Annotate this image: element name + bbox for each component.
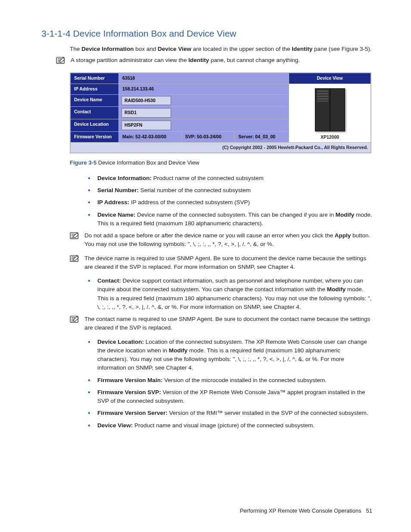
text: Version of the RMI™ server installed in … [168, 410, 368, 416]
value-ip-address: 158.214.133.46 [119, 84, 289, 94]
device-location-field[interactable]: HSP2FN [121, 121, 171, 130]
term: IP Address: [97, 199, 129, 205]
label-contact: Contact [71, 107, 119, 119]
cell-device-location: HSP2FN [119, 119, 289, 132]
list-item: IP Address: IP address of the connected … [84, 198, 372, 207]
list-item: Device View: Product name and visual ima… [84, 421, 372, 430]
note-text: The contact name is required to use SNMP… [84, 315, 372, 333]
cell-contact: RSD1 [119, 107, 289, 119]
text: A storage partition administrator can vi… [71, 57, 188, 63]
section-heading: 3-1-1-4 Device Information Box and Devic… [41, 27, 372, 40]
note-icon [70, 316, 79, 326]
term-device-view: Device View [158, 46, 191, 52]
text: Device support contact information, such… [97, 277, 363, 292]
term-apply: Apply [335, 232, 351, 239]
list-item: Contact: Device support contact informat… [84, 277, 372, 311]
text: Do not add a space before or after the d… [84, 232, 335, 239]
note-icon [70, 255, 79, 265]
figure-label: Figure 3-5 [70, 159, 97, 166]
term: Device Information: [97, 175, 152, 181]
text: Serial number of the connected subsystem [139, 187, 251, 193]
label-serial-number: Serial Number [71, 73, 119, 84]
figure-caption: Figure 3-5 Device Information Box and De… [70, 159, 372, 167]
note-icon [70, 232, 79, 243]
text: are located in the upper section of the [191, 46, 292, 52]
text: IP address of the connected subsystem (S… [129, 199, 250, 205]
list-item: Firmware Version Server: Version of the … [84, 409, 372, 417]
term-modify: Modify [327, 286, 346, 292]
list-item: Firmware Version Main: Version of the mi… [84, 376, 372, 385]
term: Firmware Version Main: [97, 377, 163, 383]
text: The [70, 46, 81, 52]
term-identity: Identity [292, 46, 312, 52]
value-fw-main: Main: 52-42-03-00/00 [119, 131, 182, 142]
text: Device name of the connected subsystem. … [136, 212, 336, 218]
label-device-location: Device Location [71, 119, 119, 132]
term: Serial Number: [97, 187, 139, 193]
value-fw-server: Server: 04_03_00 [235, 131, 289, 142]
term: Device Location: [97, 339, 144, 345]
note-text: A storage partition administrator can vi… [71, 56, 372, 65]
label-ip-address: IP Address [71, 84, 119, 94]
text: pane, but cannot change anything. [209, 57, 300, 63]
product-name: XP12000 [292, 134, 368, 141]
note-text: Do not add a space before or after the d… [84, 231, 372, 249]
value-serial-number: 63518 [119, 73, 289, 84]
device-image [315, 88, 345, 131]
footer-text: Performing XP Remote Web Console Operati… [240, 507, 361, 514]
label-device-name: Device Name [71, 94, 119, 107]
figure-caption-text: Device Information Box and Device View [97, 159, 199, 166]
note-text: The device name is required to use SNMP … [84, 254, 372, 272]
device-view-header: Device View [289, 73, 371, 84]
list-item: Device Location: Location of the connect… [84, 338, 372, 373]
term-identity: Identity [188, 57, 209, 63]
cell-device-name: RAID500-H530 [119, 94, 289, 107]
list-item: Firmware Version SVP: Version of the XP … [84, 388, 372, 406]
page-number: 51 [366, 507, 372, 514]
note-icon [56, 57, 65, 67]
device-view-body: XP12000 [289, 84, 371, 142]
label-firmware-version: Firmware Version [71, 131, 119, 142]
figure-3-5: Serial Number 63518 Device View IP Addre… [70, 72, 371, 153]
list-item: Serial Number: Serial number of the conn… [84, 186, 372, 195]
text: box and [134, 46, 158, 52]
term-device-information: Device Information [81, 46, 134, 52]
bullet-list-2: Contact: Device support contact informat… [84, 277, 372, 311]
term: Firmware Version SVP: [97, 389, 161, 395]
term-modify: Modify [169, 347, 188, 354]
term-modify: Modify [336, 212, 355, 218]
page-footer: Performing XP Remote Web Console Operati… [240, 507, 372, 515]
bullet-list-3: Device Location: Location of the connect… [84, 338, 372, 430]
intro-paragraph: The Device Information box and Device Vi… [70, 45, 372, 53]
text: pane (see Figure 3-5). [312, 46, 371, 52]
text: Product name of the connected subsystem [152, 175, 264, 181]
text: Product name and visual image (picture) … [133, 422, 314, 429]
device-name-field[interactable]: RAID500-H530 [121, 96, 171, 106]
text: Version of the microcode installed in th… [163, 377, 327, 383]
bullet-list-1: Device Information: Product name of the … [84, 174, 372, 228]
term: Device Name: [97, 212, 136, 218]
value-fw-svp: SVP: 50-03-24/00 [181, 131, 235, 142]
term: Device View: [97, 422, 133, 429]
term: Contact: [97, 277, 121, 284]
figure-copyright: (C) Copyright 2002 - 2005 Hewlett-Packar… [70, 143, 371, 153]
term: Firmware Version Server: [97, 410, 168, 416]
list-item: Device Information: Product name of the … [84, 174, 372, 183]
contact-field[interactable]: RSD1 [121, 108, 171, 118]
list-item: Device Name: Device name of the connecte… [84, 211, 372, 228]
